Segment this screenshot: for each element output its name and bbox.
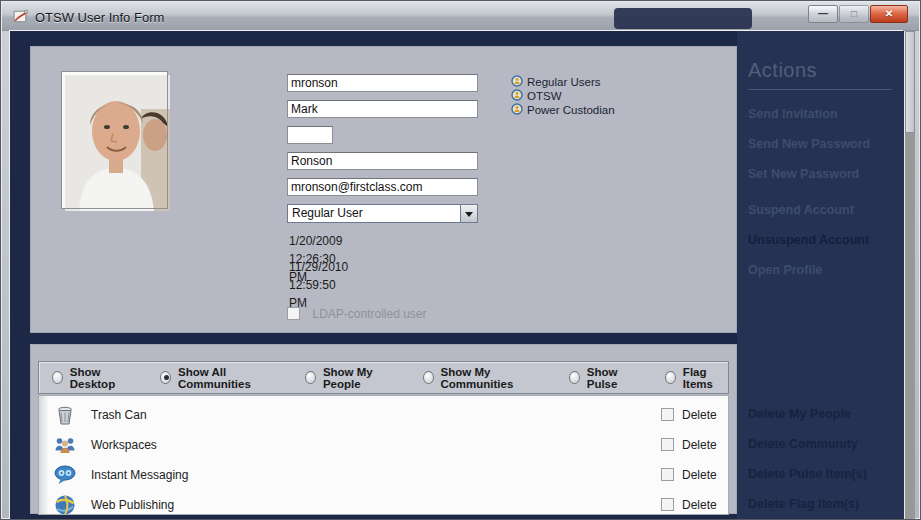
membership-label: Power Custodian: [527, 104, 615, 116]
delete-community-button: Delete Community: [748, 437, 858, 451]
membership-power-custodian: Power Custodian: [511, 103, 615, 117]
radio-flag-items[interactable]: Flag Items: [665, 366, 728, 390]
list-item-instant-messaging[interactable]: Instant Messaging Delete: [39, 460, 728, 490]
membership-label: OTSW: [527, 90, 562, 102]
workspaces-icon: [53, 433, 77, 457]
titlebar-shade: [614, 8, 752, 29]
community-list: Trash Can Delete Workspaces Delete: [38, 395, 729, 515]
delete-checkbox-label: Delete: [682, 438, 717, 452]
radio-icon: [160, 371, 171, 384]
list-item-workspaces[interactable]: Workspaces Delete: [39, 430, 728, 460]
list-item-label: Workspaces: [91, 438, 157, 452]
set-new-password-button[interactable]: Set New Password: [748, 167, 859, 181]
otsw-user-info-window: OTSW User Info Form — □ ✕: [0, 0, 921, 520]
ldap-row: LDAP-controlled user: [287, 304, 427, 322]
radio-show-my-people[interactable]: Show My People: [305, 366, 396, 390]
initials-input[interactable]: [287, 126, 333, 144]
user-info-panel: User ID: First name: Initials: Last name…: [30, 46, 737, 333]
title-bar[interactable]: OTSW User Info Form — □ ✕: [2, 2, 919, 31]
ldap-checkbox[interactable]: [287, 307, 300, 320]
filter-radio-bar: Show Desktop Show All Communities Show M…: [38, 361, 729, 394]
delete-pulse-items-button: Delete Pulse Item(s): [748, 467, 867, 481]
delete-my-people-button: Delete My People: [748, 407, 851, 421]
radio-icon: [423, 371, 434, 384]
minimize-button[interactable]: —: [808, 5, 838, 23]
radio-icon: [665, 371, 676, 384]
window-title: OTSW User Info Form: [35, 10, 164, 25]
open-profile-button[interactable]: Open Profile: [748, 263, 822, 277]
radio-show-all-communities[interactable]: Show All Communities: [160, 366, 278, 390]
scrollbar-thumb[interactable]: [905, 31, 915, 133]
send-new-password-button[interactable]: Send New Password: [748, 137, 870, 151]
membership-regular-users: Regular Users: [511, 75, 601, 89]
vertical-scrollbar[interactable]: [904, 31, 915, 520]
actions-sidebar: Actions Send Invitation Send New Passwor…: [737, 31, 904, 520]
user-photo: [62, 72, 167, 208]
instant-messaging-icon: [53, 463, 77, 487]
main-content: User ID: First name: Initials: Last name…: [10, 31, 904, 520]
radio-icon: [52, 371, 63, 384]
delete-checkbox[interactable]: [661, 438, 674, 451]
delete-checkbox-label: Delete: [682, 498, 717, 512]
radio-show-pulse[interactable]: Show Pulse: [569, 366, 638, 390]
actions-divider: [748, 89, 892, 90]
class-dropdown[interactable]: Regular User: [287, 204, 478, 223]
radio-show-my-communities[interactable]: Show My Communities: [423, 366, 542, 390]
delete-checkbox-label: Delete: [682, 408, 717, 422]
suspend-account-button[interactable]: Suspend Account: [748, 203, 854, 217]
communities-panel: Show Desktop Show All Communities Show M…: [30, 344, 737, 514]
list-item-label: Web Publishing: [91, 498, 174, 512]
radio-icon: [569, 371, 580, 384]
first-name-input[interactable]: [287, 100, 478, 118]
trash-icon: [53, 403, 77, 427]
delete-checkbox[interactable]: [661, 498, 674, 511]
maximize-button[interactable]: □: [839, 5, 869, 23]
list-item-web-publishing[interactable]: Web Publishing Delete: [39, 490, 728, 515]
ldap-label: LDAP-controlled user: [312, 307, 426, 321]
user-group-icon: [511, 101, 523, 119]
form-icon: [12, 8, 29, 25]
chevron-down-icon[interactable]: [460, 205, 477, 222]
radio-show-desktop[interactable]: Show Desktop: [52, 366, 133, 390]
web-publishing-icon: [53, 493, 77, 515]
close-button[interactable]: ✕: [870, 5, 908, 23]
user-id-input[interactable]: [287, 74, 478, 92]
delete-checkbox-label: Delete: [682, 468, 717, 482]
delete-checkbox[interactable]: [661, 468, 674, 481]
actions-header: Actions: [748, 59, 817, 82]
email-input[interactable]: [287, 178, 478, 196]
delete-checkbox[interactable]: [661, 408, 674, 421]
last-name-input[interactable]: [287, 152, 478, 170]
list-item-trash-can[interactable]: Trash Can Delete: [39, 400, 728, 430]
membership-label: Regular Users: [527, 76, 601, 88]
send-invitation-button[interactable]: Send Invitation: [748, 107, 838, 121]
unsuspend-account-button: Unsuspend Account: [748, 233, 869, 247]
delete-flag-items-button: Delete Flag Item(s): [748, 497, 859, 511]
radio-icon: [305, 371, 316, 384]
list-item-label: Trash Can: [91, 408, 147, 422]
class-dropdown-value: Regular User: [292, 206, 363, 220]
list-item-label: Instant Messaging: [91, 468, 188, 482]
